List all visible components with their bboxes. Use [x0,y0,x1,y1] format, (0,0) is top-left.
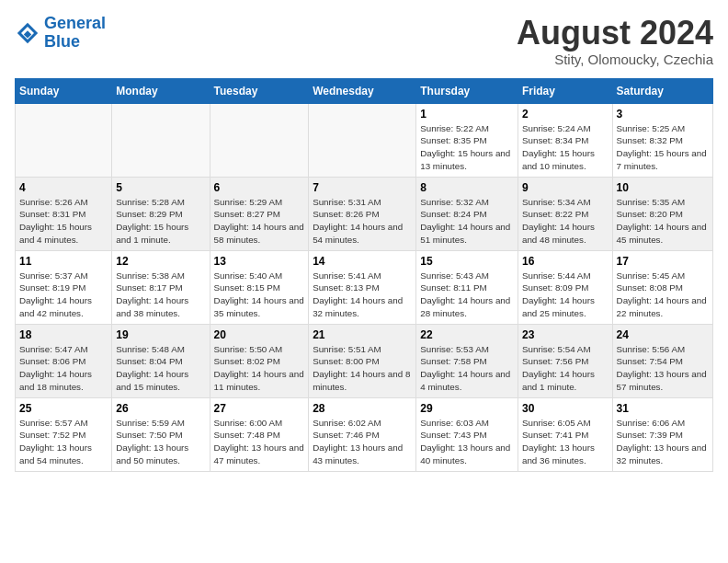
day-info: Sunrise: 5:35 AMSunset: 8:20 PMDaylight:… [617,196,709,247]
day-number: 3 [617,108,709,121]
day-number: 17 [617,255,709,268]
day-cell: 23 Sunrise: 5:54 AMSunset: 7:56 PMDaylig… [518,324,612,397]
col-thursday: Thursday [416,78,518,103]
day-cell [309,103,416,177]
col-monday: Monday [112,78,210,103]
day-cell: 8 Sunrise: 5:32 AMSunset: 8:24 PMDayligh… [416,177,518,250]
day-number: 2 [522,108,609,121]
day-number: 7 [313,181,412,194]
day-info: Sunrise: 5:31 AMSunset: 8:26 PMDaylight:… [313,196,412,247]
day-number: 20 [214,328,305,341]
day-info: Sunrise: 5:41 AMSunset: 8:13 PMDaylight:… [313,270,412,320]
day-info: Sunrise: 5:22 AMSunset: 8:35 PMDaylight:… [420,122,514,173]
day-number: 1 [420,108,514,121]
logo-text: General Blue [44,15,106,52]
day-cell: 15 Sunrise: 5:43 AMSunset: 8:11 PMDaylig… [416,250,518,324]
day-cell: 7 Sunrise: 5:31 AMSunset: 8:26 PMDayligh… [309,177,416,250]
day-cell: 21 Sunrise: 5:51 AMSunset: 8:00 PMDaylig… [309,324,416,397]
week-row-4: 18 Sunrise: 5:47 AMSunset: 8:06 PMDaylig… [16,324,713,397]
day-cell: 14 Sunrise: 5:41 AMSunset: 8:13 PMDaylig… [309,250,416,324]
day-info: Sunrise: 5:25 AMSunset: 8:32 PMDaylight:… [617,122,709,173]
day-number: 25 [19,402,108,415]
col-tuesday: Tuesday [210,78,309,103]
logo-line1: General [44,14,106,32]
main-title: August 2024 [517,15,713,52]
day-number: 12 [116,255,205,268]
day-info: Sunrise: 5:24 AMSunset: 8:34 PMDaylight:… [522,122,609,173]
day-cell: 11 Sunrise: 5:37 AMSunset: 8:19 PMDaylig… [16,250,112,324]
day-info: Sunrise: 5:34 AMSunset: 8:22 PMDaylight:… [522,196,609,247]
day-number: 4 [19,181,108,194]
page-header: General Blue August 2024 Stity, Olomouck… [15,15,713,67]
day-cell: 30 Sunrise: 6:05 AMSunset: 7:41 PMDaylig… [518,397,612,471]
day-info: Sunrise: 6:05 AMSunset: 7:41 PMDaylight:… [522,417,609,467]
col-friday: Friday [518,78,612,103]
day-info: Sunrise: 6:03 AMSunset: 7:43 PMDaylight:… [420,417,514,467]
day-info: Sunrise: 5:51 AMSunset: 8:00 PMDaylight:… [313,343,412,394]
day-number: 15 [420,255,514,268]
day-number: 11 [19,255,108,268]
day-number: 9 [522,181,609,194]
calendar-table: Sunday Monday Tuesday Wednesday Thursday… [15,78,713,472]
day-number: 19 [116,328,205,341]
header-row: Sunday Monday Tuesday Wednesday Thursday… [16,78,713,103]
day-info: Sunrise: 5:50 AMSunset: 8:02 PMDaylight:… [214,343,305,394]
week-row-2: 4 Sunrise: 5:26 AMSunset: 8:31 PMDayligh… [16,177,713,250]
day-cell [16,103,112,177]
day-number: 24 [617,328,709,341]
day-info: Sunrise: 6:02 AMSunset: 7:46 PMDaylight:… [313,417,412,467]
day-info: Sunrise: 5:54 AMSunset: 7:56 PMDaylight:… [522,343,609,394]
day-number: 13 [214,255,305,268]
day-info: Sunrise: 5:32 AMSunset: 8:24 PMDaylight:… [420,196,514,247]
col-sunday: Sunday [16,78,112,103]
day-cell: 19 Sunrise: 5:48 AMSunset: 8:04 PMDaylig… [112,324,210,397]
day-number: 29 [420,402,514,415]
day-info: Sunrise: 5:38 AMSunset: 8:17 PMDaylight:… [116,270,205,320]
day-cell: 13 Sunrise: 5:40 AMSunset: 8:15 PMDaylig… [210,250,309,324]
day-info: Sunrise: 6:00 AMSunset: 7:48 PMDaylight:… [214,417,305,467]
day-number: 16 [522,255,609,268]
day-cell: 16 Sunrise: 5:44 AMSunset: 8:09 PMDaylig… [518,250,612,324]
day-cell: 24 Sunrise: 5:56 AMSunset: 7:54 PMDaylig… [612,324,712,397]
day-info: Sunrise: 5:57 AMSunset: 7:52 PMDaylight:… [19,417,108,467]
day-info: Sunrise: 5:29 AMSunset: 8:27 PMDaylight:… [214,196,305,247]
day-cell: 22 Sunrise: 5:53 AMSunset: 7:58 PMDaylig… [416,324,518,397]
day-cell: 17 Sunrise: 5:45 AMSunset: 8:08 PMDaylig… [612,250,712,324]
day-number: 27 [214,402,305,415]
day-cell: 10 Sunrise: 5:35 AMSunset: 8:20 PMDaylig… [612,177,712,250]
subtitle: Stity, Olomoucky, Czechia [517,52,713,67]
day-cell: 4 Sunrise: 5:26 AMSunset: 8:31 PMDayligh… [16,177,112,250]
day-number: 14 [313,255,412,268]
day-number: 31 [617,402,709,415]
week-row-1: 1 Sunrise: 5:22 AMSunset: 8:35 PMDayligh… [16,103,713,177]
day-cell: 18 Sunrise: 5:47 AMSunset: 8:06 PMDaylig… [16,324,112,397]
title-block: August 2024 Stity, Olomoucky, Czechia [517,15,713,67]
day-cell: 3 Sunrise: 5:25 AMSunset: 8:32 PMDayligh… [612,103,712,177]
day-info: Sunrise: 5:56 AMSunset: 7:54 PMDaylight:… [617,343,709,394]
day-number: 5 [116,181,205,194]
day-number: 22 [420,328,514,341]
day-cell: 27 Sunrise: 6:00 AMSunset: 7:48 PMDaylig… [210,397,309,471]
logo-line2: Blue [44,33,106,52]
day-info: Sunrise: 5:40 AMSunset: 8:15 PMDaylight:… [214,270,305,320]
day-number: 30 [522,402,609,415]
day-number: 6 [214,181,305,194]
col-saturday: Saturday [612,78,712,103]
day-info: Sunrise: 5:26 AMSunset: 8:31 PMDaylight:… [19,196,108,247]
logo: General Blue [15,15,106,52]
day-cell: 29 Sunrise: 6:03 AMSunset: 7:43 PMDaylig… [416,397,518,471]
day-number: 10 [617,181,709,194]
day-info: Sunrise: 5:37 AMSunset: 8:19 PMDaylight:… [19,270,108,320]
col-wednesday: Wednesday [309,78,416,103]
day-info: Sunrise: 5:53 AMSunset: 7:58 PMDaylight:… [420,343,514,394]
day-cell [112,103,210,177]
day-info: Sunrise: 5:59 AMSunset: 7:50 PMDaylight:… [116,417,205,467]
day-cell: 2 Sunrise: 5:24 AMSunset: 8:34 PMDayligh… [518,103,612,177]
day-number: 8 [420,181,514,194]
day-cell: 31 Sunrise: 6:06 AMSunset: 7:39 PMDaylig… [612,397,712,471]
day-info: Sunrise: 5:28 AMSunset: 8:29 PMDaylight:… [116,196,205,247]
day-info: Sunrise: 5:47 AMSunset: 8:06 PMDaylight:… [19,343,108,394]
day-cell: 28 Sunrise: 6:02 AMSunset: 7:46 PMDaylig… [309,397,416,471]
day-number: 26 [116,402,205,415]
day-cell: 20 Sunrise: 5:50 AMSunset: 8:02 PMDaylig… [210,324,309,397]
